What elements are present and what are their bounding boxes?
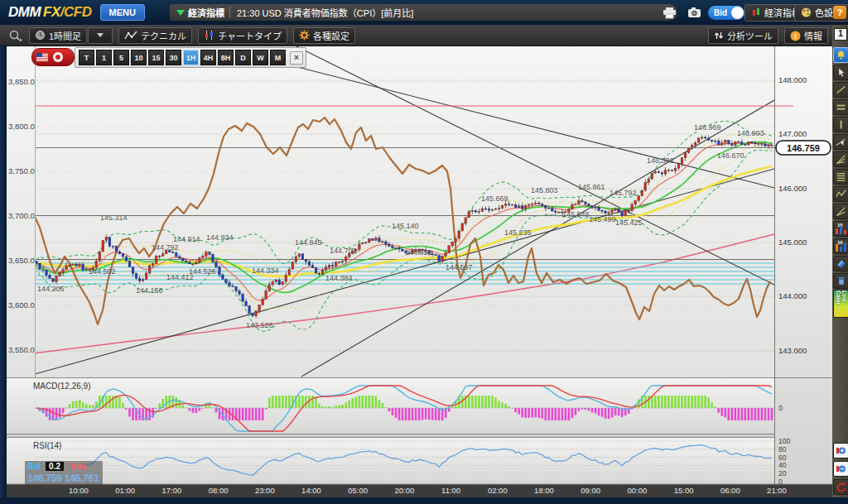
timeframe-button-1H[interactable]: 1H	[183, 50, 199, 65]
timeframe-button-15[interactable]: 15	[148, 50, 164, 65]
svg-text:02:00: 02:00	[488, 486, 508, 495]
svg-text:15:00: 15:00	[674, 486, 694, 495]
svg-text:144.597: 144.597	[446, 263, 473, 271]
trash-tool-icon[interactable]	[833, 273, 848, 289]
camera-icon[interactable]	[687, 7, 701, 18]
timeframe-button-5[interactable]: 5	[113, 50, 129, 65]
svg-text:3,650.0: 3,650.0	[8, 256, 35, 265]
svg-text:145.548: 145.548	[562, 210, 590, 218]
zoom-in-button[interactable]	[833, 443, 848, 458]
svg-text:!: !	[794, 31, 797, 40]
info-button[interactable]: ! 情報	[784, 27, 828, 44]
svg-text:23:00: 23:00	[255, 486, 275, 495]
svg-text:MACD(12,26,9): MACD(12,26,9)	[33, 382, 90, 391]
bars-10-red-icon[interactable]: 10	[833, 221, 848, 237]
clock-icon	[35, 30, 46, 41]
timeframe-button-D[interactable]: D	[235, 50, 251, 65]
ticker-tag: 経済指標	[188, 6, 224, 19]
timeframe-button-10[interactable]: 10	[131, 50, 147, 65]
svg-text:144.934: 144.934	[206, 233, 234, 242]
svg-text:18:00: 18:00	[534, 486, 554, 495]
svg-text:20:00: 20:00	[395, 486, 415, 495]
alert-bell-icon[interactable]	[833, 47, 848, 63]
cursor-tool-icon[interactable]	[833, 65, 848, 80]
help-button[interactable]: ?	[833, 6, 846, 19]
svg-text:144.845: 144.845	[295, 238, 322, 247]
timeframe-button-1[interactable]: 1	[96, 50, 112, 65]
jp-flag-icon	[53, 52, 63, 62]
close-icon[interactable]: ×	[290, 51, 303, 65]
timeframe-button-T[interactable]: T	[79, 50, 94, 65]
ticker-divider	[229, 7, 230, 18]
svg-text:01:00: 01:00	[115, 486, 135, 495]
bid-ask-toggle[interactable]: Bid	[708, 6, 744, 20]
svg-text:144.384: 144.384	[325, 274, 353, 282]
svg-text:143.000: 143.000	[778, 346, 807, 355]
zigzag-tool-icon[interactable]	[833, 186, 848, 202]
ask-price: 146.761	[65, 473, 99, 484]
svg-text:144.502: 144.502	[89, 267, 116, 276]
svg-text:145.314: 145.314	[100, 214, 128, 222]
svg-text:21:00: 21:00	[767, 486, 787, 495]
svg-text:145.425: 145.425	[615, 218, 643, 227]
svg-text:17:00: 17:00	[162, 486, 182, 495]
svg-text:3,850.0: 3,850.0	[8, 77, 35, 86]
info-icon: !	[790, 31, 801, 41]
zoom-range-icon[interactable]	[8, 29, 23, 42]
svg-text:146.903: 146.903	[737, 129, 764, 137]
menu-button[interactable]: MENU	[100, 4, 145, 21]
trading-app-window: 144.205145.314144.502144.792144.914144.9…	[0, 0, 848, 504]
svg-text:06:00: 06:00	[720, 486, 740, 495]
timeframe-button-4H[interactable]: 4H	[200, 50, 216, 65]
bid-label: Bid	[27, 462, 41, 471]
timeframe-button-30[interactable]: 30	[166, 50, 181, 65]
technical-button[interactable]: テクニカル	[118, 27, 192, 44]
eraser-tool-icon[interactable]	[833, 256, 848, 271]
fan-lines-tool-icon[interactable]	[833, 151, 848, 167]
print-icon[interactable]	[662, 7, 677, 19]
svg-text:3,800.0: 3,800.0	[8, 122, 35, 131]
bottom-bar	[0, 497, 848, 504]
parallel-lines-tool-icon[interactable]	[833, 169, 848, 185]
horizontal-line-tool-icon[interactable]	[833, 99, 848, 115]
timeframe-button-8H[interactable]: 8H	[218, 50, 234, 65]
economic-news-ticker[interactable]: 経済指標 21:30 USD 消費者物価指数（CPI）[前月比]	[170, 4, 677, 21]
chevron-down-icon	[97, 33, 104, 37]
svg-text:145.499: 145.499	[589, 215, 616, 223]
timeframe-button-M[interactable]: M	[270, 50, 286, 65]
analysis-tools-button[interactable]: 分析ツール	[708, 27, 778, 44]
ask-label: Ask	[70, 462, 85, 471]
svg-text:144.914: 144.914	[173, 235, 200, 243]
timeframe-strip: T151015301H4H8HDWM ×	[75, 47, 306, 68]
vertical-line-tool-icon[interactable]	[833, 117, 848, 132]
toggle-knob[interactable]	[731, 7, 744, 19]
gear-icon	[299, 30, 310, 41]
svg-text:145.235: 145.235	[504, 228, 532, 237]
svg-text:05:00: 05:00	[348, 486, 368, 495]
timeframe-button-W[interactable]: W	[253, 50, 268, 65]
svg-text:00:00: 00:00	[628, 486, 648, 495]
timeframe-select-button[interactable]: 1時間足	[29, 27, 87, 44]
chart-type-button[interactable]: チャートタイプ	[198, 27, 287, 44]
timeframe-dropdown-button[interactable]	[88, 27, 113, 44]
line-color-button[interactable]: Line Color	[833, 290, 848, 318]
undo-button[interactable]	[833, 479, 848, 495]
currency-pair-badge[interactable]	[31, 48, 75, 66]
svg-text:145.669: 145.669	[481, 194, 508, 203]
svg-text:0: 0	[778, 404, 783, 412]
svg-text:147.000: 147.000	[778, 129, 807, 138]
svg-text:10:00: 10:00	[69, 486, 89, 495]
single-chart-button[interactable]: 1	[834, 28, 847, 41]
svg-text:145.000: 145.000	[778, 238, 807, 247]
zoom-out-button[interactable]	[833, 461, 848, 477]
svg-text:100: 100	[778, 437, 790, 445]
quote-overlay: Bid 0.2 Ask 146.759 146.761	[25, 461, 103, 485]
bid-price: 146.759	[27, 473, 62, 484]
settings-button[interactable]: 各種設定	[293, 27, 355, 44]
bars-10-blue-icon[interactable]: 10	[833, 238, 848, 254]
trendline-tool-icon[interactable]	[833, 82, 848, 98]
angle-lines-tool-icon[interactable]	[833, 204, 848, 219]
svg-text:145.140: 145.140	[392, 222, 419, 230]
chart-canvas[interactable]: 144.205145.314144.502144.792144.914144.9…	[0, 0, 848, 504]
pointer-line-tool-icon[interactable]	[833, 134, 848, 150]
